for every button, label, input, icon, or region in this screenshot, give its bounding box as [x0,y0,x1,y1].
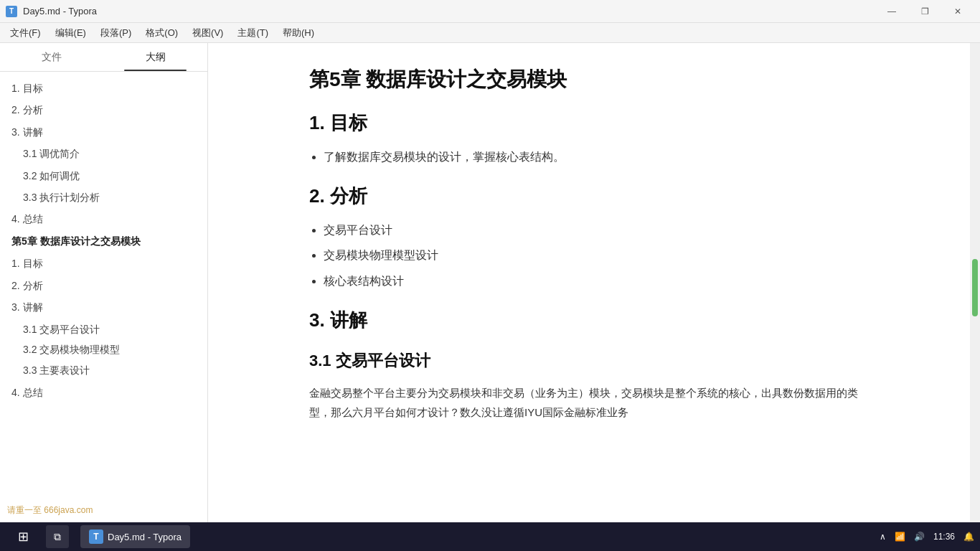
menu-format[interactable]: 格式(O) [138,24,185,42]
taskbar-items: T Day5.md - Typora [75,525,880,548]
outline-item-2[interactable]: 2. 分析 [0,99,207,121]
outline-item-12[interactable]: 3.2 交易模块物理模型 [0,340,207,360]
taskbar-notification-icon[interactable]: 🔔 [963,532,974,542]
outline-item-5[interactable]: 3.2 如何调优 [0,165,207,187]
taskbar-time: 11:36 [933,532,955,542]
section2-item-1: 交易平台设计 [324,220,869,240]
sidebar-tabs: 文件 大纲 [0,43,207,72]
section2-list: 交易平台设计 交易模块物理模型设计 核心表结构设计 [324,220,869,291]
content-wrapper: 第5章 数据库设计之交易模块 1. 目标 了解数据库交易模块的设计，掌握核心表结… [208,43,980,522]
start-button[interactable]: ⊞ [6,525,40,548]
sidebar: 文件 大纲 1. 目标 2. 分析 3. 讲解 3.1 调优简介 3.2 如何调… [0,43,208,522]
tab-outline[interactable]: 大纲 [104,43,208,71]
title-bar: T Day5.md - Typora — ❐ ✕ [0,0,980,23]
heading-section2: 2. 分析 [309,184,869,209]
maximize-button[interactable]: ❐ [908,0,941,23]
outline-item-13[interactable]: 3.3 主要表设计 [0,359,207,381]
tab-files[interactable]: 文件 [0,43,104,71]
menu-help[interactable]: 帮助(H) [275,24,321,42]
section1-list: 了解数据库交易模块的设计，掌握核心表结构。 [324,147,869,166]
outline-item-7[interactable]: 4. 总结 [0,208,207,230]
menu-theme[interactable]: 主题(T) [230,24,275,42]
doc-main-title: 第5章 数据库设计之交易模块 [309,66,869,93]
outline-item-14[interactable]: 4. 总结 [0,382,207,403]
document-content[interactable]: 第5章 数据库设计之交易模块 1. 目标 了解数据库交易模块的设计，掌握核心表结… [266,43,912,522]
section2-item-2: 交易模块物理模型设计 [324,245,869,265]
taskbar-item-typora[interactable]: T Day5.md - Typora [80,525,190,548]
menu-bar: 文件(F) 编辑(E) 段落(P) 格式(O) 视图(V) 主题(T) 帮助(H… [0,23,980,43]
outline-item-9[interactable]: 2. 分析 [0,275,207,296]
heading-section31: 3.1 交易平台设计 [309,350,869,372]
heading-section1: 1. 目标 [309,110,869,136]
minimize-button[interactable]: — [875,0,908,23]
task-view-button[interactable]: ⧉ [46,525,69,548]
section2-item-3: 核心表结构设计 [324,271,869,291]
menu-view[interactable]: 视图(V) [185,24,230,42]
scrollbar-thumb[interactable] [972,259,978,316]
app-icon: T [6,6,17,17]
taskbar-item-label: Day5.md - Typora [108,532,182,542]
main-layout: 文件 大纲 1. 目标 2. 分析 3. 讲解 3.1 调优简介 3.2 如何调… [0,43,980,522]
outline-item-1[interactable]: 1. 目标 [0,77,207,99]
sidebar-content: 1. 目标 2. 分析 3. 讲解 3.1 调优简介 3.2 如何调优 3.3 … [0,72,207,522]
menu-file[interactable]: 文件(F) [3,24,48,42]
start-icon: ⊞ [18,529,29,545]
close-button[interactable]: ✕ [941,0,974,23]
outline-item-4[interactable]: 3.1 调优简介 [0,143,207,164]
taskbar-chevron[interactable]: ∧ [880,532,886,542]
outline-item-3[interactable]: 3. 讲解 [0,121,207,143]
content-area: 第5章 数据库设计之交易模块 1. 目标 了解数据库交易模块的设计，掌握核心表结… [208,43,970,522]
taskbar: ⊞ ⧉ T Day5.md - Typora ∧ 📶 🔊 11:36 🔔 [0,522,980,551]
vertical-scrollbar[interactable] [970,43,980,522]
watermark: 请重一至 666java.com [7,504,93,517]
outline-item-6[interactable]: 3.3 执行计划分析 [0,187,207,208]
window-controls: — ❐ ✕ [875,0,974,23]
taskbar-wifi-icon: 📶 [895,532,905,542]
section1-item-1: 了解数据库交易模块的设计，掌握核心表结构。 [324,147,869,166]
outline-item-8[interactable]: 1. 目标 [0,253,207,274]
taskbar-right: ∧ 📶 🔊 11:36 🔔 [880,532,974,542]
outline-item-11[interactable]: 3.1 交易平台设计 [0,319,207,340]
taskbar-app-icon: T [89,529,103,544]
taskbar-volume-icon: 🔊 [914,532,925,542]
menu-edit[interactable]: 编辑(E) [48,24,93,42]
window-title: Day5.md - Typora [23,6,97,17]
outline-item-chapter5[interactable]: 第5章 数据库设计之交易模块 [0,230,207,253]
menu-paragraph[interactable]: 段落(P) [93,24,138,42]
outline-item-10[interactable]: 3. 讲解 [0,296,207,318]
section31-para: 金融交易整个平台主要分为交易模块和非交易（业务为主）模块，交易模块是整个系统的核… [309,383,869,422]
heading-section3: 3. 讲解 [309,308,869,333]
title-bar-left: T Day5.md - Typora [6,6,97,17]
